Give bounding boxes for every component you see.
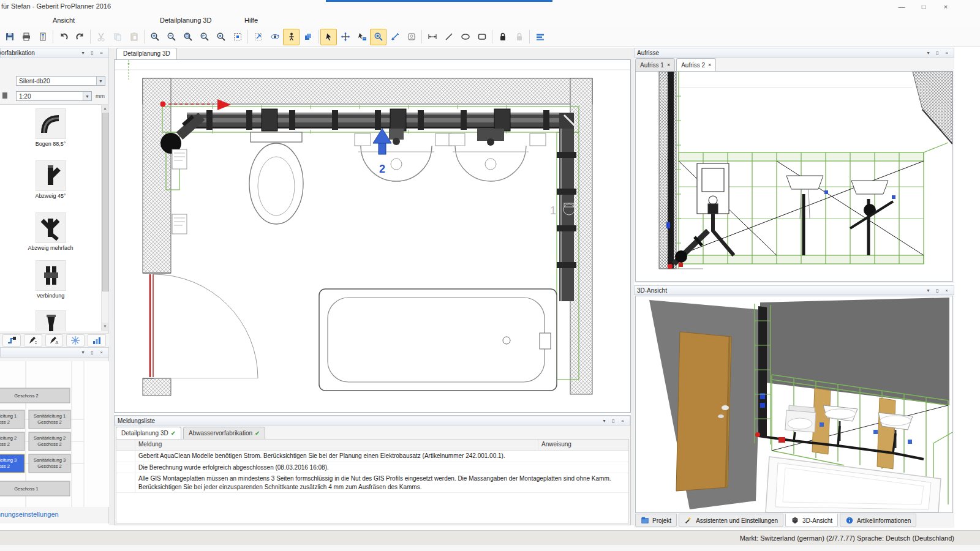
catalog-item-label: Bogen 88,5° (0, 141, 101, 147)
catalog-item[interactable]: Abzweig mehrfach (0, 212, 101, 251)
zoom-window-button[interactable] (179, 29, 196, 45)
zoom-previous-button[interactable] (196, 29, 213, 45)
calculation-settings-link[interactable]: Berechnungseinstellungen (0, 511, 59, 518)
chevron-down-icon[interactable]: ▾ (924, 49, 933, 57)
close-button[interactable]: × (936, 1, 956, 12)
select-options-icon (357, 32, 367, 42)
snowflake-button[interactable] (66, 334, 85, 347)
scroll-down-icon[interactable]: ▼ (102, 323, 108, 330)
chevron-down-icon[interactable]: ▾ (600, 417, 609, 425)
maximize-button[interactable]: □ (914, 1, 933, 12)
save-button[interactable] (1, 29, 18, 45)
menu-ansicht[interactable]: Ansicht (49, 15, 78, 25)
anchor-off-button[interactable] (511, 29, 527, 45)
close-icon[interactable]: × (942, 49, 951, 57)
elevation-canvas[interactable] (636, 72, 952, 281)
left-splitter[interactable] (109, 48, 114, 525)
paste-button[interactable] (126, 29, 142, 45)
tab-projekt[interactable]: Projekt (635, 514, 677, 527)
copy-button[interactable] (109, 29, 126, 45)
zoom-selection-button[interactable] (370, 29, 386, 45)
column-meldung[interactable]: Meldung (138, 441, 162, 448)
catalog-item[interactable]: Bogen 88,5° (0, 108, 101, 147)
draw-ellipse-icon (461, 32, 470, 42)
draw-line-button[interactable] (440, 29, 457, 45)
statistics-button[interactable] (88, 334, 106, 347)
measure-button[interactable] (386, 29, 403, 45)
messages-tab-abwasservorfabrikation[interactable]: Abwasservorfabrikation✔ (183, 427, 265, 440)
zoom-in-button[interactable] (146, 29, 163, 45)
move-button[interactable] (337, 29, 353, 45)
close-icon[interactable]: × (942, 287, 951, 294)
system-combobox[interactable]: Silent-db20 ▼ (16, 76, 105, 86)
annotations-button[interactable] (532, 29, 548, 45)
scrollbar-thumb[interactable] (102, 113, 109, 291)
close-icon[interactable]: × (667, 59, 670, 71)
routing-button[interactable] (2, 334, 21, 347)
chevron-down-icon[interactable]: ▾ (78, 49, 88, 57)
tab-artikelinformationen[interactable]: Artikelinformationen (840, 514, 916, 527)
close-icon[interactable]: × (97, 348, 106, 356)
select-button[interactable] (320, 29, 337, 45)
close-icon[interactable]: × (97, 49, 106, 57)
dimension-button[interactable] (424, 29, 440, 45)
cut-button[interactable] (92, 29, 109, 45)
tab-assistenten-und-einstellungen[interactable]: Assistenten und Einstellungen (679, 514, 783, 527)
print-button[interactable] (18, 29, 34, 45)
minimize-button[interactable]: — (892, 1, 911, 12)
chevron-down-icon[interactable]: ▾ (78, 348, 88, 356)
scroll-up-icon[interactable]: ▲ (102, 105, 108, 112)
pin-icon[interactable]: ▯ (933, 49, 942, 57)
report-button[interactable] (34, 29, 51, 45)
tab-detailplanung-3d[interactable]: Detailplanung 3D (116, 48, 177, 60)
catalog-item[interactable]: Verbindung (0, 260, 101, 299)
catalog-item[interactable]: Übergang (0, 310, 101, 331)
snowflake-icon (70, 335, 80, 345)
riser-schema-canvas[interactable]: Geschoss 2Anschlussleitung 1Geschoss 2Sa… (0, 361, 109, 507)
dimension-icon (428, 32, 437, 42)
zoom-out-button[interactable] (163, 29, 179, 45)
redo-button[interactable] (72, 29, 88, 45)
catalog-scrollbar[interactable]: ▲ ▼ (101, 104, 109, 331)
pin-icon[interactable]: ▯ (88, 49, 97, 57)
pan-button[interactable] (250, 29, 266, 45)
view3d-canvas[interactable] (636, 296, 952, 512)
scale-combobox[interactable]: 1:20 ▼ (16, 91, 92, 101)
anchor-button[interactable] (494, 29, 511, 45)
elevation-tab-aufriss-2[interactable]: Aufriss 2× (676, 58, 716, 72)
floorplan-canvas[interactable]: 2 1 (115, 60, 630, 412)
undo-button[interactable] (55, 29, 72, 45)
catalog-item[interactable]: Abzweig 45° (0, 160, 101, 199)
menu-hilfe[interactable]: Hilfe (241, 15, 262, 25)
toolbar (0, 27, 980, 47)
elevation-tab-aufriss-1[interactable]: Aufriss 1× (635, 58, 675, 72)
tab-3d-ansicht[interactable]: 3D-Ansicht (785, 514, 838, 527)
close-icon[interactable]: × (708, 59, 711, 71)
zoom-in-icon (150, 32, 160, 42)
zoom-all-button[interactable] (213, 29, 229, 45)
move-3d-button[interactable] (300, 29, 316, 45)
component-button[interactable] (403, 29, 420, 45)
select-options-button[interactable] (353, 29, 370, 45)
label-a-button[interactable]: A (45, 334, 64, 347)
chevron-down-icon[interactable]: ▾ (924, 287, 933, 294)
messages-tab-detailplanung-3d[interactable]: Detailplanung 3D✔ (116, 427, 181, 440)
pin-icon[interactable]: ▯ (609, 417, 618, 425)
message-row[interactable]: Alle GIS Montageplatten müssen an mindes… (116, 473, 628, 493)
menu-detailplanung-3d[interactable]: Detailplanung 3D (156, 15, 215, 25)
walkthrough-button[interactable] (283, 29, 300, 45)
draw-ellipse-button[interactable] (457, 29, 473, 45)
draw-rectangle-button[interactable] (473, 29, 490, 45)
message-row[interactable]: Geberit AquaClean Modelle benötigen Stro… (116, 451, 628, 462)
pin-icon[interactable]: ▯ (933, 287, 942, 294)
riser-schema[interactable]: Geschoss 2Anschlussleitung 1Geschoss 2Sa… (0, 361, 109, 507)
label-black-button[interactable] (24, 334, 42, 347)
close-icon[interactable]: × (618, 417, 627, 425)
column-anweisung[interactable]: Anweisung (541, 441, 571, 448)
message-row[interactable]: Die Berechnung wurde erfolgreich abgesch… (116, 462, 628, 474)
zoom-fit-button[interactable] (229, 29, 246, 45)
right-splitter[interactable] (631, 48, 634, 525)
pin-icon[interactable]: ▯ (88, 348, 97, 356)
orbit-button[interactable] (266, 29, 283, 45)
zoom-window-icon (183, 32, 193, 42)
